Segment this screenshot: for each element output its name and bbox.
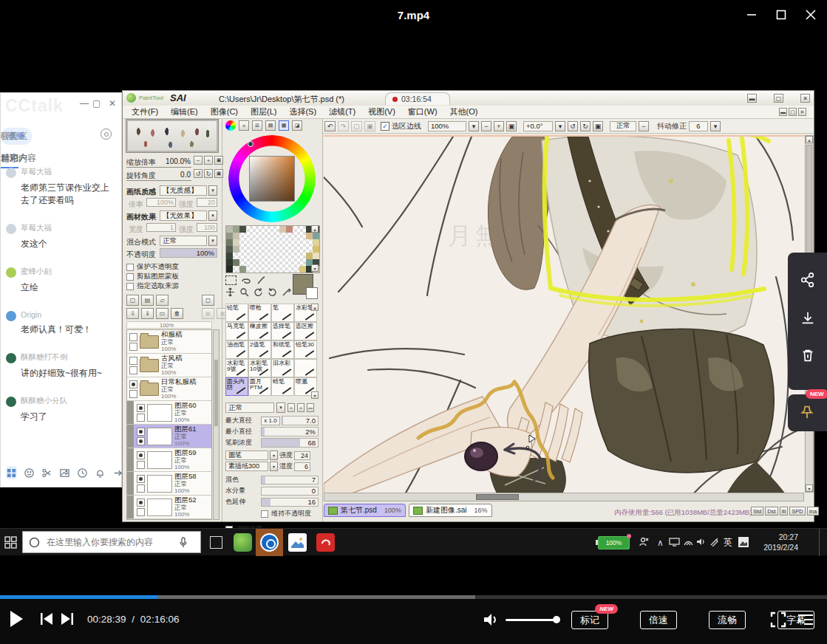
chat-message[interactable]: 酥酥糖打不倒 讲的好细致~很有用~ — [1, 352, 123, 380]
rect-select-tool-icon[interactable] — [225, 275, 236, 285]
sai-menu-item[interactable]: 文件(F) — [132, 106, 158, 117]
apps-grid-icon[interactable] — [6, 466, 17, 479]
swatch-cell[interactable] — [226, 239, 233, 246]
color-wheel-toggle-icon[interactable] — [225, 120, 236, 131]
selection-outline-checkbox[interactable]: ✓ — [381, 122, 389, 131]
canvas-flip-button[interactable]: − — [639, 121, 649, 131]
layer-toggles[interactable] — [137, 404, 145, 422]
layer-toggles[interactable] — [137, 428, 145, 445]
canvas-zoom-dropdown-button[interactable]: ▾ — [469, 121, 479, 131]
swatch-cell[interactable] — [233, 233, 239, 239]
swatch-cell[interactable] — [313, 253, 319, 259]
swatch-cell[interactable] — [306, 233, 313, 239]
sai-maximize-button[interactable]: ▢ — [774, 94, 783, 103]
layer-visibility-icon[interactable] — [137, 428, 145, 436]
tray-ime-indicator[interactable]: 英 — [724, 536, 732, 549]
window-close-button[interactable] — [803, 7, 819, 23]
layer-row[interactable]: 日常私服稿 正常 100% — [127, 377, 211, 401]
player-option-button[interactable]: 流畅 — [709, 611, 746, 629]
layer-edit-icon[interactable] — [129, 366, 137, 374]
brush-cell[interactable]: 圆月PTM — [248, 377, 271, 396]
brush-cell[interactable]: 铅笔 — [225, 304, 248, 322]
mdi-restore-button[interactable]: ▢ — [789, 108, 797, 116]
mixer-toggle-icon[interactable]: ▤ — [265, 120, 276, 131]
tray-display-icon[interactable] — [669, 537, 680, 547]
new-linework-layer-button[interactable]: ▤ — [141, 295, 154, 306]
layer-row-partial[interactable]: 100% — [126, 321, 212, 329]
swatch-cell[interactable] — [233, 259, 239, 266]
layer-toggles[interactable] — [137, 451, 145, 469]
tray-network-icon[interactable] — [683, 537, 694, 547]
layer-visibility-icon[interactable] — [129, 333, 137, 341]
deselect-button[interactable]: ▢ — [351, 121, 362, 131]
chat-message[interactable]: 酥酥糖小分队 学习了 — [1, 396, 123, 423]
layer-row[interactable]: 和服稿 正常 100% — [127, 330, 211, 354]
magic-wand-tool-icon[interactable] — [256, 275, 266, 285]
play-button[interactable] — [10, 611, 23, 627]
layer-edit-icon[interactable] — [129, 343, 137, 351]
swatch-cell[interactable] — [226, 233, 233, 239]
effect-select[interactable]: 【无效果】 — [160, 210, 207, 221]
scissors-icon[interactable] — [41, 466, 52, 479]
brush-cell[interactable]: 2值笔 — [248, 340, 271, 359]
sai-menu-item[interactable]: 图层(L) — [251, 106, 276, 117]
brush-cell[interactable]: 油画笔 — [225, 340, 248, 359]
brush-cell[interactable]: 橡皮擦 — [248, 322, 271, 340]
taskbar-search-box[interactable] — [22, 531, 201, 553]
swatch-cell[interactable] — [226, 226, 233, 233]
volume-slider[interactable] — [506, 619, 557, 621]
persistence-slider[interactable]: 16 — [261, 498, 319, 507]
chat-message[interactable]: 蜜蜂小刻 立绘 — [1, 267, 123, 294]
brush-scroll-up-button[interactable]: ▴ — [311, 304, 319, 311]
swatch-cell[interactable] — [233, 246, 239, 253]
checkbox-icon[interactable] — [126, 264, 134, 271]
new-folder-button[interactable]: ▱ — [156, 295, 169, 306]
image-icon[interactable] — [59, 466, 70, 479]
layer-toggles[interactable] — [129, 357, 137, 374]
swatch-cell[interactable] — [233, 239, 239, 246]
taskbar-app-red-icon[interactable] — [316, 533, 335, 552]
mdi-close-button[interactable]: ✕ — [798, 108, 806, 116]
canvas-zoom-in-button[interactable]: + — [494, 121, 504, 131]
bell-icon[interactable] — [95, 466, 106, 479]
brush-cell[interactable]: 选择笔 — [271, 322, 294, 340]
max-diameter-slider[interactable]: 7.0 — [282, 416, 319, 425]
layer-opacity-slider[interactable]: 100% — [160, 248, 217, 258]
tray-pen-icon[interactable] — [709, 537, 719, 547]
canvas-zoom-out-button[interactable]: − — [481, 121, 491, 131]
horizontal-scrollbar-thumb[interactable] — [476, 494, 519, 500]
search-input[interactable] — [45, 536, 174, 548]
share-icon[interactable] — [800, 272, 816, 291]
stabilizer-dropdown-button[interactable]: ▾ — [710, 121, 721, 131]
swatch-cell[interactable] — [306, 253, 313, 259]
tray-hidden-icons-chevron[interactable]: ∧ — [657, 538, 664, 548]
clear-layer-button[interactable]: ▭ — [156, 308, 169, 319]
texture-strength-value[interactable]: 6 — [294, 462, 310, 471]
brush-cell[interactable]: 旧水彩 — [271, 359, 294, 377]
download-icon[interactable] — [800, 310, 816, 329]
sai-menu-item[interactable]: 视图(V) — [368, 106, 395, 117]
brush-cell[interactable]: 和纸笔 — [271, 340, 294, 359]
swatch-scroll-up-button[interactable]: ▴ — [311, 225, 319, 233]
layer-visibility-icon[interactable] — [137, 404, 145, 412]
brush-shape-dropdown-button[interactable]: ▾ — [270, 451, 278, 460]
min-diameter-slider[interactable]: 2% — [261, 427, 319, 436]
layer-visibility-icon[interactable] — [129, 380, 137, 388]
blend-mode-dropdown-button[interactable]: ▾ — [208, 236, 217, 246]
brush-cell[interactable]: 笔 — [271, 304, 294, 322]
zoom-tool-icon[interactable] — [239, 287, 249, 297]
canvas-angle-reset-button[interactable]: ▣ — [593, 121, 603, 131]
transfer-down-button[interactable]: ⇩ — [126, 308, 139, 319]
layer-visibility-icon[interactable] — [129, 357, 137, 365]
density-slider[interactable]: 68 — [261, 438, 319, 448]
volume-knob[interactable] — [553, 616, 560, 623]
effect-dropdown-button[interactable]: ▾ — [208, 210, 217, 221]
sai-menu-item[interactable]: 窗口(W) — [408, 106, 438, 117]
layer-visibility-icon[interactable] — [137, 475, 145, 483]
rgb-slider-toggle-icon[interactable]: ≡ — [239, 120, 249, 131]
next-button[interactable] — [59, 612, 75, 629]
document-tab[interactable]: 新建图像.sai 16% — [409, 504, 492, 517]
eyedropper-tool-icon[interactable] — [282, 287, 291, 297]
layer-row[interactable]: 图层52 正常 100% — [127, 496, 211, 519]
max-diameter-unit[interactable]: x 1.0 — [261, 417, 280, 425]
